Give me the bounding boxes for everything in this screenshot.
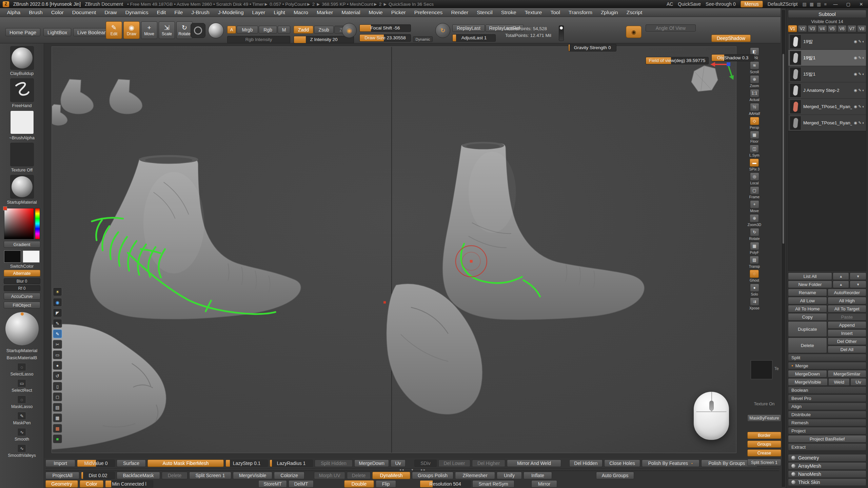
project-basrelief-button[interactable]: Project BasRelief: [788, 435, 866, 443]
draw-size-slider[interactable]: Draw Size 23.30558: [359, 34, 411, 42]
panel-scrollbar-thumb[interactable]: [783, 54, 784, 244]
home-page-button[interactable]: Home Page: [5, 28, 40, 36]
basic-materialb-button[interactable]: BasicMaterialB: [6, 355, 37, 360]
current-material[interactable]: StartupMaterial: [7, 175, 37, 205]
mergevisible-button[interactable]: MergeVisible: [233, 472, 272, 479]
maskpen-button[interactable]: ✎MaskPen: [13, 412, 31, 425]
all-low-button[interactable]: All Low: [788, 297, 827, 304]
menu-document[interactable]: Document: [68, 8, 100, 17]
menu-brush[interactable]: Brush: [25, 8, 47, 17]
subtool-down-icon[interactable]: ▼: [850, 272, 866, 280]
masklasso-button[interactable]: ◌MaskLasso: [11, 395, 33, 409]
subtool-item[interactable]: J Anatomy Step-2◉✎◐: [788, 82, 866, 99]
dist-0-02-button[interactable]: Dist 0.02: [81, 472, 115, 479]
menu-render[interactable]: Render: [447, 8, 473, 17]
eye-icon[interactable]: ◉: [854, 72, 857, 76]
autoreorder-button[interactable]: AutoReorder: [828, 289, 867, 296]
current-texture[interactable]: Texture Off: [10, 143, 34, 172]
eye-icon[interactable]: ◉: [854, 56, 857, 60]
version-tab-v5[interactable]: V5: [828, 25, 837, 32]
surface-button[interactable]: Surface: [117, 460, 146, 467]
menu-tool[interactable]: Tool: [546, 8, 564, 17]
paint-icon[interactable]: ✎: [858, 39, 861, 44]
shelf-xpose-button[interactable]: ⇉Xpose: [749, 298, 760, 310]
trash-icon[interactable]: ▯: [53, 382, 62, 391]
paint-icon[interactable]: ✎: [858, 88, 861, 93]
menu-color[interactable]: Color: [47, 8, 68, 17]
polish-by-features-button[interactable]: Polish By Features•: [642, 460, 699, 467]
mergedown-button[interactable]: MergeDown: [788, 370, 827, 378]
section-align[interactable]: Align: [788, 403, 866, 410]
subtool-up-icon[interactable]: ▲: [833, 272, 849, 280]
subtool-item[interactable]: 15발1◉✎◐: [788, 66, 866, 82]
eye-icon[interactable]: ◉: [854, 121, 857, 125]
sculpt-icon[interactable]: ◐: [862, 121, 865, 125]
alternate-button[interactable]: Alternate: [4, 270, 40, 277]
mergesimilar-button[interactable]: MergeSimilar: [828, 370, 867, 378]
panel-left-icon[interactable]: ▤: [803, 2, 807, 7]
see-through-slider[interactable]: See-through 0: [706, 1, 736, 7]
palette-icon[interactable]: ▩: [53, 424, 62, 433]
layout-list-icon[interactable]: ≡: [824, 2, 827, 7]
menu-movie[interactable]: Movie: [364, 8, 387, 17]
gradient-button[interactable]: Gradient: [4, 241, 40, 248]
close-holes-button[interactable]: Close Holes: [604, 460, 640, 467]
replay-icon[interactable]: ↻: [435, 23, 450, 38]
secondary-color-swatch[interactable]: [23, 250, 40, 263]
del-other-button[interactable]: Del Other: [828, 338, 867, 345]
cursor-icon[interactable]: ◤: [53, 308, 62, 317]
startup-material-button[interactable]: StartupMaterial: [6, 348, 38, 353]
marker-icon[interactable]: ✎: [53, 329, 62, 338]
paint-icon[interactable]: ✎: [858, 121, 861, 125]
draw-size-icon[interactable]: ◉: [342, 23, 357, 38]
color-button[interactable]: Color: [80, 480, 103, 488]
section-distribute[interactable]: Distribute: [788, 411, 866, 418]
copy-button[interactable]: Copy: [788, 313, 827, 321]
menu-zscript[interactable]: Zscript: [622, 8, 647, 17]
palette-geometry[interactable]: Geometry: [788, 454, 866, 462]
menu-transform[interactable]: Transform: [564, 8, 596, 17]
storemt-button[interactable]: StoreMT: [258, 480, 287, 488]
min-connected-l-button[interactable]: Min Connected l: [105, 480, 153, 488]
inflate-button[interactable]: Inflate: [524, 472, 552, 479]
ac-button[interactable]: AC: [667, 1, 673, 7]
menu-zplugin[interactable]: Zplugin: [596, 8, 622, 17]
zsub-button[interactable]: Zsub: [314, 26, 334, 34]
shelf-polyf-button[interactable]: ▦PolyF: [750, 242, 759, 255]
draw-mode-button[interactable]: ◉Draw: [123, 21, 140, 39]
rename-button[interactable]: Rename: [788, 289, 827, 296]
section-remesh[interactable]: Remesh: [788, 419, 866, 426]
version-tab-v4[interactable]: V4: [817, 25, 827, 32]
image-icon[interactable]: ▤: [53, 403, 62, 412]
paint-icon[interactable]: ✎: [858, 104, 861, 109]
palette-arraymesh[interactable]: ArrayMesh: [788, 462, 866, 470]
deep-shadow-button[interactable]: DeepShadow: [711, 35, 751, 42]
mask-by-feature-button[interactable]: MaskByFeature: [747, 414, 781, 422]
shelf-spix-3-button[interactable]: ▬SPix 3: [749, 159, 760, 171]
saturation-square[interactable]: [4, 208, 34, 239]
main-color-swatch[interactable]: [4, 250, 21, 263]
gravity-direction-widget[interactable]: [559, 25, 564, 41]
auto-mask-fibermesh-button[interactable]: Auto Mask FiberMesh: [147, 460, 224, 467]
paint-icon[interactable]: ✎: [858, 72, 861, 76]
live-boolean-button[interactable]: Live Boolean: [73, 28, 111, 36]
undo-icon[interactable]: ↺: [53, 371, 62, 380]
dynamic-toggle[interactable]: Dynamic: [413, 36, 433, 42]
eye-icon[interactable]: ◉: [854, 88, 857, 93]
shelf-frame-button[interactable]: ▢Frame: [749, 186, 760, 199]
weld-button[interactable]: Weld: [828, 378, 850, 386]
eye-icon[interactable]: ◉: [854, 39, 857, 44]
replay-last-button[interactable]: ReplayLast: [452, 24, 485, 32]
current-alpha[interactable]: ~BrushAlpha: [9, 110, 35, 140]
mrgb-button[interactable]: Mrgb: [237, 26, 258, 34]
subtool-item[interactable]: Merged_TPose1_Ryan_Kingslien◉✎◐: [788, 115, 866, 131]
menu-texture[interactable]: Texture: [520, 8, 546, 17]
menu-light[interactable]: Light: [270, 8, 290, 17]
eraser-icon[interactable]: ▭: [53, 350, 62, 359]
zremesher-button[interactable]: ZRemesher: [455, 472, 495, 479]
smoothvalleys-button[interactable]: ∿SmoothValleys: [8, 444, 36, 458]
adjust-last-slider[interactable]: AdjustLast 1: [452, 34, 496, 42]
hue-strip[interactable]: [35, 208, 40, 239]
switch-color-label[interactable]: SwitchColor: [10, 264, 34, 269]
menu-alpha[interactable]: Alpha: [3, 8, 25, 17]
